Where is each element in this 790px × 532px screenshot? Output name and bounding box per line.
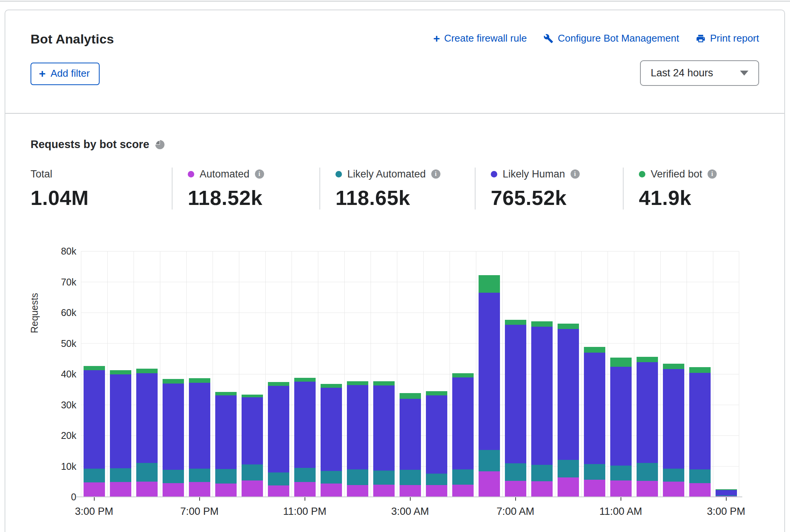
bar-segment <box>610 367 632 466</box>
bar-segment <box>426 391 447 395</box>
bar[interactable] <box>318 251 344 497</box>
bar[interactable] <box>687 251 713 497</box>
x-tick-label: 11:00 AM <box>599 506 642 517</box>
bar[interactable] <box>555 251 581 497</box>
bar-segment <box>268 485 289 497</box>
bar[interactable] <box>160 251 186 497</box>
x-tick-label: 7:00 AM <box>497 506 534 517</box>
plus-icon: + <box>39 69 46 78</box>
configure-bot-management-link[interactable]: Configure Bot Management <box>543 32 679 44</box>
bar-segment <box>110 482 131 497</box>
bar-segment <box>637 362 658 463</box>
bar[interactable] <box>423 251 450 497</box>
bar-segment <box>373 485 395 497</box>
bar-segment <box>163 483 184 497</box>
bar-segment <box>268 386 289 472</box>
section-title: Requests by bot score <box>31 138 149 151</box>
bot-analytics-card: Bot Analytics + Create firewall rule Con… <box>5 10 785 532</box>
bar[interactable] <box>265 251 292 497</box>
bar[interactable] <box>529 251 555 497</box>
bar[interactable] <box>608 251 634 497</box>
bar[interactable] <box>397 251 423 497</box>
bar[interactable] <box>502 251 529 497</box>
bar[interactable] <box>660 251 687 497</box>
bar[interactable] <box>371 251 397 497</box>
info-icon[interactable]: i <box>571 169 580 179</box>
bar-segment <box>400 393 421 399</box>
bar-segment <box>479 293 500 450</box>
bar[interactable] <box>344 251 371 497</box>
print-report-link[interactable]: Print report <box>696 32 759 44</box>
y-tick-label: 70k <box>61 276 76 287</box>
x-tick-mark <box>199 497 200 501</box>
bar-segment <box>479 450 500 471</box>
bar-segment <box>321 384 342 388</box>
bar[interactable] <box>134 251 160 497</box>
create-firewall-rule-link[interactable]: + Create firewall rule <box>433 32 527 44</box>
bar[interactable] <box>239 251 265 497</box>
bar-segment <box>531 465 553 481</box>
x-tick-mark <box>410 497 411 501</box>
bar[interactable] <box>186 251 213 497</box>
y-axis-ticks: 010k20k30k40k50k60k70k80k <box>5 251 76 497</box>
bar-segment <box>189 469 210 482</box>
add-filter-button[interactable]: + Add filter <box>31 63 100 85</box>
time-range-select[interactable]: Last 24 hours <box>640 60 759 86</box>
bar-segment <box>215 395 237 469</box>
y-tick-label: 50k <box>61 338 76 349</box>
bar-segment <box>531 321 553 327</box>
bar[interactable] <box>476 251 502 497</box>
bar-segment <box>347 381 368 385</box>
bar-segment <box>347 469 368 485</box>
stat-automated: Automated i 118.52k <box>172 168 319 210</box>
bar-segment <box>242 395 263 397</box>
x-tick-label: 7:00 PM <box>180 506 219 517</box>
stat-verified-bot: Verified bot i 41.9k <box>623 168 760 210</box>
stat-automated-value: 118.52k <box>188 186 308 210</box>
stat-likely-automated: Likely Automated i 118.65k <box>319 168 475 210</box>
info-icon[interactable]: i <box>431 169 440 179</box>
bar-segment <box>610 358 632 367</box>
x-tick-mark <box>305 497 305 501</box>
stat-likely-human-label: Likely Human <box>503 168 565 180</box>
bar-segment <box>242 480 263 497</box>
bar[interactable] <box>292 251 318 497</box>
bar-segment <box>479 471 500 497</box>
y-tick-label: 10k <box>61 461 76 472</box>
bar-segment <box>215 484 237 497</box>
bar-segment <box>689 367 711 372</box>
stat-verified-bot-value: 41.9k <box>639 186 749 210</box>
stat-likely-human: Likely Human i 765.52k <box>475 168 623 210</box>
y-tick-label: 80k <box>61 246 76 257</box>
info-icon[interactable]: i <box>708 169 717 179</box>
bar-segment <box>215 469 237 484</box>
add-filter-label: Add filter <box>51 68 90 79</box>
y-tick-label: 20k <box>61 430 76 441</box>
bar-segment <box>426 485 447 497</box>
bar[interactable] <box>213 251 239 497</box>
bar-segment <box>400 470 421 485</box>
bar-segment <box>663 469 684 482</box>
bar[interactable] <box>581 251 608 497</box>
bar[interactable] <box>634 251 660 497</box>
x-tick-label: 3:00 AM <box>391 506 429 517</box>
bar-segment <box>637 481 658 497</box>
bar-segment <box>136 369 158 373</box>
bar-segment <box>689 373 711 470</box>
bar-segment <box>689 469 711 483</box>
bar[interactable] <box>81 251 107 497</box>
bar[interactable] <box>450 251 476 497</box>
bar[interactable] <box>107 251 134 497</box>
configure-bot-management-label: Configure Bot Management <box>558 32 679 44</box>
bar-segment <box>584 480 605 497</box>
stat-total-value: 1.04M <box>31 186 160 210</box>
bar[interactable] <box>713 251 739 497</box>
x-tick-label: 11:00 PM <box>283 506 327 517</box>
bar-segment <box>610 480 632 497</box>
bar-segment <box>136 373 158 463</box>
info-icon[interactable]: i <box>255 169 264 179</box>
bar-segment <box>689 483 711 497</box>
bar-segment <box>663 364 684 369</box>
x-tick-mark <box>94 497 95 501</box>
bar-segment <box>189 482 210 497</box>
